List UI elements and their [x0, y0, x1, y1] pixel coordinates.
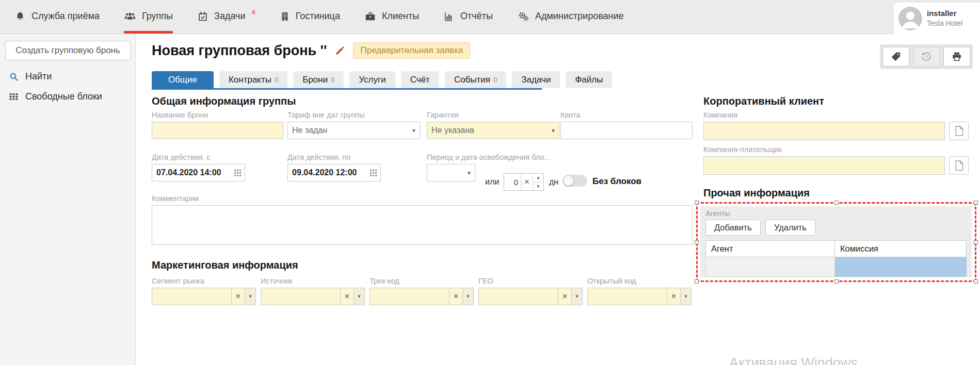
clear-icon[interactable]: × [340, 288, 354, 305]
sidebar: Создать групповую бронь Найти Свободные … [0, 34, 136, 365]
toggle-knob [563, 175, 574, 186]
payer-company-input[interactable] [704, 157, 944, 174]
track-code-field: Трек-код × ▼ [369, 277, 474, 305]
commission-column-header[interactable]: Комиссия [834, 241, 966, 257]
field-label: Компания [703, 111, 969, 119]
selected-value: Не указана [427, 126, 548, 135]
nav-item-label: Администрирование [535, 11, 624, 22]
nav-item-reports[interactable]: Отчёты [443, 0, 493, 34]
marketing-info-heading: Маркетинговая информация [152, 259, 298, 271]
comments-textarea[interactable] [152, 205, 693, 245]
agents-table: Агент Комиссия [705, 240, 967, 277]
rate-select[interactable]: Не задан ▼ [287, 122, 420, 139]
tab-contracts[interactable]: Контракты0 [219, 71, 287, 88]
field-label: Дата действия, по [287, 153, 381, 161]
chevron-down-icon[interactable]: ▼ [245, 288, 255, 305]
select-company-button[interactable] [949, 122, 969, 140]
field-label: Сегмент рынка [152, 277, 256, 285]
date-from-input[interactable] [152, 164, 234, 181]
annotation-handle [974, 279, 978, 284]
booking-name-input[interactable] [152, 122, 283, 139]
history-button[interactable] [913, 47, 940, 67]
rate-field: Тариф вне дат группы Не задан ▼ [287, 111, 420, 139]
nav-item-label: Гостиница [296, 11, 340, 22]
clear-icon[interactable]: × [667, 288, 680, 305]
clear-icon[interactable]: × [449, 288, 462, 305]
company-field: Компания [703, 111, 969, 140]
chevron-down-icon[interactable]: ▼ [680, 288, 691, 305]
create-group-booking-button[interactable]: Создать групповую бронь [5, 41, 131, 60]
tab-label: Файлы [575, 75, 603, 85]
spinner-up-icon[interactable]: ▲ [533, 174, 543, 182]
printer-icon [951, 51, 962, 62]
combo-input[interactable] [479, 288, 558, 305]
clear-icon[interactable]: × [521, 174, 533, 190]
tab-events[interactable]: События0 [445, 71, 506, 88]
tab-services[interactable]: Услуги [349, 71, 395, 88]
select-payer-company-button[interactable] [949, 156, 969, 175]
combo-input[interactable] [261, 288, 340, 305]
chevron-down-icon: ▼ [548, 128, 559, 134]
nav-item-hotel[interactable]: Гостиница [280, 0, 340, 34]
chevron-down-icon[interactable]: ▼ [571, 288, 582, 305]
add-agent-button[interactable]: Добавить [705, 220, 761, 236]
nav-item-administration[interactable]: Администрирование [517, 0, 624, 34]
guarantee-select[interactable]: Не указана ▼ [427, 122, 559, 139]
agent-cell[interactable] [706, 257, 835, 277]
commission-cell-selected[interactable] [834, 257, 966, 277]
tasks-count-badge: 4 [252, 8, 255, 16]
release-period-select[interactable]: ▼ [427, 164, 475, 181]
release-period-field: Период и дата освобождения бло... ▼ [427, 153, 475, 181]
calendar-grid-icon[interactable] [234, 170, 241, 176]
user-menu[interactable]: installer Tesla Hotel [894, 3, 980, 34]
market-segment-combo[interactable]: × ▼ [152, 288, 256, 305]
tab-files[interactable]: Файлы [566, 71, 612, 88]
agents-column-header[interactable]: Агент [706, 241, 835, 257]
tab-label: Контракты [229, 75, 271, 85]
tab-tasks[interactable]: Задачи [512, 71, 560, 88]
nav-item-label: Служба приёма [31, 11, 100, 22]
chevron-down-icon[interactable]: ▼ [354, 288, 364, 305]
building-icon [280, 11, 290, 22]
tab-bookings[interactable]: Брони0 [293, 71, 344, 88]
edit-title-pencil-icon[interactable] [335, 46, 345, 56]
days-value[interactable]: 0 [504, 174, 521, 190]
quota-input[interactable] [561, 122, 692, 139]
combo-input[interactable] [370, 288, 449, 305]
no-blocks-toggle[interactable] [563, 175, 587, 187]
nav-item-clients[interactable]: Клиенты [364, 0, 419, 34]
field-label: Дата действия, с [152, 153, 245, 161]
tags-button[interactable] [882, 47, 909, 67]
source-field: Источник × ▼ [261, 277, 365, 305]
date-from-field: Дата действия, с [152, 153, 245, 181]
date-to-input[interactable] [288, 164, 370, 181]
open-code-combo[interactable]: × ▼ [587, 288, 692, 305]
geo-field: ГЕО × ▼ [478, 277, 583, 305]
combo-input[interactable] [588, 288, 667, 305]
sidebar-item-find[interactable]: Найти [0, 67, 135, 87]
combo-input[interactable] [152, 288, 231, 305]
field-label: ГЕО [478, 277, 583, 285]
clear-icon[interactable]: × [231, 288, 245, 305]
spinner-down-icon[interactable]: ▼ [533, 182, 543, 191]
nav-item-tasks[interactable]: Задачи4 [197, 0, 255, 34]
tab-general[interactable]: Общие [152, 71, 214, 88]
geo-combo[interactable]: × ▼ [478, 288, 583, 305]
user-name: installer [927, 9, 962, 18]
nav-item-groups[interactable]: Группы [124, 0, 173, 34]
main-content: Новая групповая бронь '' Предварительная… [136, 34, 980, 365]
sidebar-item-label: Свободные блоки [25, 91, 102, 102]
tab-invoice[interactable]: Счёт [401, 71, 439, 88]
delete-agent-button[interactable]: Удалить [765, 220, 815, 236]
sidebar-item-free-blocks[interactable]: Свободные блоки [0, 87, 135, 107]
tab-count: 0 [331, 76, 334, 84]
clear-icon[interactable]: × [558, 288, 571, 305]
track-code-combo[interactable]: × ▼ [369, 288, 474, 305]
chevron-down-icon[interactable]: ▼ [462, 288, 473, 305]
calendar-grid-icon[interactable] [370, 170, 377, 176]
source-combo[interactable]: × ▼ [261, 288, 365, 305]
no-blocks-label: Без блоков [592, 176, 641, 187]
company-input[interactable] [704, 122, 944, 140]
print-button[interactable] [943, 47, 970, 67]
nav-item-front-desk[interactable]: Служба приёма [14, 0, 100, 34]
